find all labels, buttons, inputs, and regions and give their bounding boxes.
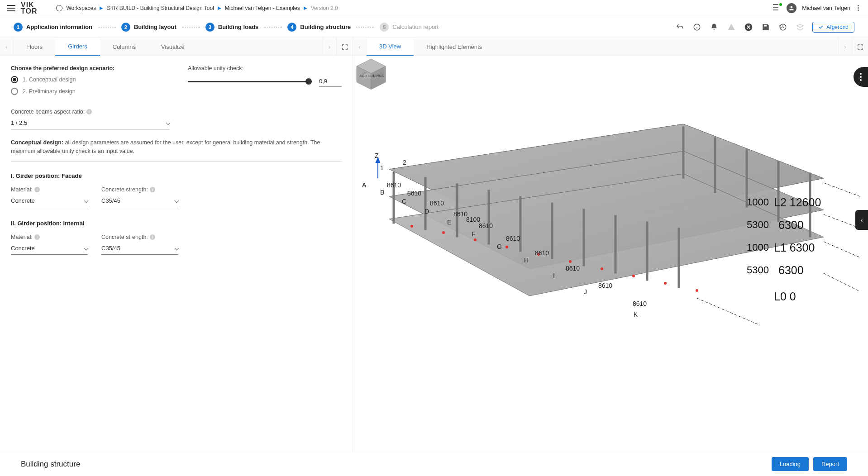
facade-material-select[interactable]: Concrete bbox=[11, 195, 88, 207]
step-5[interactable]: 5 Calculation report bbox=[380, 23, 439, 32]
bell-icon[interactable] bbox=[709, 22, 719, 32]
svg-text:I: I bbox=[553, 272, 555, 279]
stepbar-actions: Afgerond bbox=[675, 22, 854, 33]
return-icon[interactable] bbox=[675, 22, 685, 32]
scenario-option-1-label: 1. Conceptual design bbox=[23, 76, 76, 83]
breadcrumb: Workspaces ▶ STR BUILD - Building Struct… bbox=[56, 5, 338, 11]
avatar[interactable] bbox=[787, 3, 796, 13]
history-icon[interactable] bbox=[778, 22, 788, 32]
tab-girders[interactable]: Girders bbox=[55, 38, 100, 56]
svg-text:ACHTER: ACHTER bbox=[359, 74, 374, 78]
tab-3d-view[interactable]: 3D View bbox=[367, 38, 414, 56]
internal-material-select[interactable]: Concrete bbox=[11, 242, 88, 255]
internal-strength-select[interactable]: C35/45 bbox=[101, 242, 178, 255]
step-number: 4 bbox=[287, 23, 296, 32]
aspect-label: Concrete beams aspect ratio: i bbox=[11, 109, 170, 115]
svg-text:L2 12600: L2 12600 bbox=[774, 196, 821, 209]
svg-text:8610: 8610 bbox=[430, 200, 444, 207]
description-text: Conceptual design: all design parameters… bbox=[11, 138, 342, 162]
breadcrumb-folder[interactable]: Michael van Telgen - Examples bbox=[225, 5, 300, 11]
step-number: 1 bbox=[14, 23, 23, 32]
info-icon[interactable]: i bbox=[86, 109, 92, 114]
section-internal-title: II. Girder position: Internal bbox=[11, 220, 342, 227]
step-label: Building loads bbox=[218, 24, 259, 30]
tab-prev-icon[interactable]: ‹ bbox=[353, 38, 367, 56]
tab-visualize[interactable]: Visualize bbox=[148, 38, 197, 56]
step-4[interactable]: 4 Building structure bbox=[287, 23, 351, 32]
nav-cube[interactable]: ACHTER LINKS bbox=[353, 56, 389, 92]
building-3d-svg: Z 1 2 A B C D E F G H I J K bbox=[353, 56, 868, 450]
info-icon[interactable]: i bbox=[150, 234, 155, 240]
scenario-option-1[interactable]: 1. Conceptual design bbox=[11, 76, 170, 83]
warning-icon[interactable] bbox=[726, 22, 736, 32]
facade-strength-select[interactable]: C35/45 bbox=[101, 195, 178, 207]
step-separator bbox=[264, 27, 282, 28]
user-name[interactable]: Michael van Telgen bbox=[802, 5, 850, 11]
breadcrumb-app[interactable]: STR BUILD - Building Structural Design T… bbox=[107, 5, 214, 11]
close-circle-icon[interactable] bbox=[744, 22, 754, 32]
step-label: Calculation report bbox=[392, 24, 439, 30]
svg-line-57 bbox=[824, 183, 860, 196]
scenario-option-2[interactable]: 2. Preliminary design bbox=[11, 88, 170, 95]
viewer-collapse-icon[interactable]: ‹ bbox=[855, 210, 868, 230]
stepbar: 1 Application information 2 Building lay… bbox=[0, 16, 868, 38]
svg-point-23 bbox=[506, 246, 508, 248]
step-2[interactable]: 2 Building layout bbox=[121, 23, 176, 32]
main: ‹ Floors Girders Columns Visualize › Cho… bbox=[0, 38, 868, 452]
report-button[interactable]: Report bbox=[813, 457, 847, 471]
tab-prev-icon[interactable]: ‹ bbox=[0, 38, 14, 56]
breadcrumb-version[interactable]: Version 2.0 bbox=[311, 5, 338, 11]
logo-bottom: TOR bbox=[21, 8, 37, 14]
select-value: Concrete bbox=[11, 245, 35, 252]
step-1[interactable]: 1 Application information bbox=[14, 23, 92, 32]
unity-slider[interactable]: 0,9 bbox=[188, 76, 342, 87]
tab-columns[interactable]: Columns bbox=[100, 38, 148, 56]
svg-point-21 bbox=[442, 231, 445, 234]
menu-icon[interactable] bbox=[7, 5, 15, 11]
logo[interactable]: VIK TOR bbox=[21, 2, 37, 14]
list-icon[interactable] bbox=[773, 4, 781, 12]
tab-next-icon[interactable]: › bbox=[323, 38, 336, 56]
save-icon[interactable] bbox=[761, 22, 771, 32]
info-icon[interactable]: i bbox=[34, 234, 40, 240]
slider-thumb[interactable] bbox=[305, 78, 312, 85]
svg-text:8610: 8610 bbox=[633, 300, 647, 307]
svg-text:D: D bbox=[424, 208, 429, 215]
svg-line-61 bbox=[697, 298, 760, 325]
chevron-right-icon: ▶ bbox=[100, 5, 103, 10]
aspect-select[interactable]: 1 / 2.5 bbox=[11, 117, 170, 129]
expand-icon[interactable] bbox=[852, 38, 868, 56]
radio-unchecked-icon bbox=[11, 88, 18, 95]
kebab-icon[interactable] bbox=[856, 3, 861, 13]
svg-text:J: J bbox=[584, 288, 587, 295]
select-value: C35/45 bbox=[101, 245, 120, 252]
step-3[interactable]: 3 Building loads bbox=[205, 23, 259, 32]
step-label: Building structure bbox=[300, 24, 351, 30]
step-number: 5 bbox=[380, 23, 389, 32]
svg-point-25 bbox=[569, 260, 572, 263]
expand-icon[interactable] bbox=[336, 38, 353, 56]
tab-highlighted[interactable]: Highlighted Elements bbox=[414, 38, 495, 56]
loading-button[interactable]: Loading bbox=[772, 457, 809, 471]
info-icon[interactable]: i bbox=[150, 187, 155, 192]
chevron-down-icon bbox=[84, 198, 89, 203]
strength-label: Concrete strength:i bbox=[101, 234, 178, 240]
svg-text:A: A bbox=[362, 181, 367, 189]
status-button[interactable]: Afgerond bbox=[812, 22, 854, 33]
breadcrumb-workspaces[interactable]: Workspaces bbox=[66, 5, 96, 11]
aspect-value: 1 / 2.5 bbox=[11, 119, 27, 126]
info-icon[interactable]: i bbox=[34, 187, 40, 192]
svg-text:G: G bbox=[497, 243, 502, 250]
unity-value[interactable]: 0,9 bbox=[319, 76, 342, 87]
tab-next-icon[interactable]: › bbox=[838, 38, 852, 56]
info-icon[interactable] bbox=[692, 22, 702, 32]
svg-text:L1 6300: L1 6300 bbox=[774, 241, 815, 254]
layers-icon[interactable] bbox=[795, 22, 805, 32]
left-tabs: ‹ Floors Girders Columns Visualize › bbox=[0, 38, 353, 56]
tab-floors[interactable]: Floors bbox=[14, 38, 55, 56]
section-facade-title: I. Girder position: Facade bbox=[11, 172, 342, 179]
viewer-3d[interactable]: Z 1 2 A B C D E F G H I J K bbox=[353, 56, 868, 452]
step-separator bbox=[182, 27, 200, 28]
globe-icon bbox=[56, 5, 62, 11]
status-button-label: Afgerond bbox=[826, 24, 849, 30]
